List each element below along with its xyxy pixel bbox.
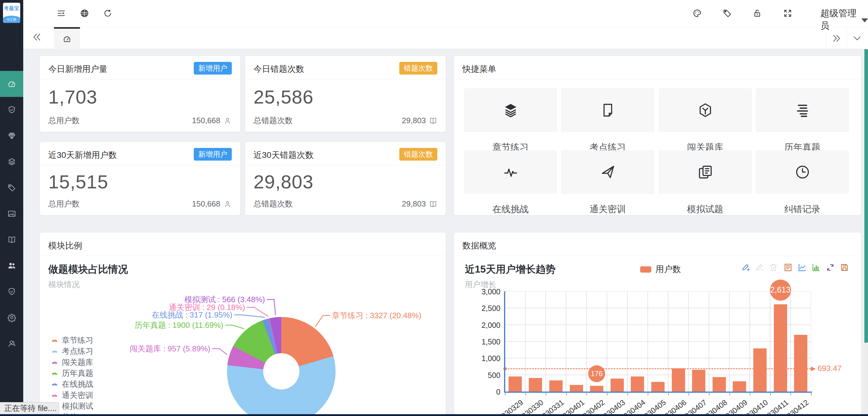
stat-card-0: 今日新增用户量 新增用户 1,703 总用户数 150,668 xyxy=(40,56,240,132)
caret-down-icon xyxy=(861,19,868,22)
pie-legend-章节练习[interactable]: 章节练习 xyxy=(51,335,93,346)
quick-menu-item-2[interactable] xyxy=(659,88,751,132)
quick-menu-item-4[interactable] xyxy=(464,150,557,194)
pie-legend-marker-icon xyxy=(51,392,58,398)
lock-open-button[interactable] xyxy=(752,8,763,19)
layers-solid-icon xyxy=(502,102,519,118)
stat-card-1: 今日错题次数 错题次数 25,586 总错题次数 29,803 xyxy=(245,56,446,132)
sidebar-item-accounts[interactable] xyxy=(0,331,23,357)
y-axis-line xyxy=(504,291,505,393)
x-axis-line xyxy=(504,391,812,393)
user-dropdown[interactable]: 超级管理员 xyxy=(820,7,868,32)
toolbox-restore-icon[interactable] xyxy=(826,263,836,273)
window-bottom-edge xyxy=(0,414,868,416)
stat-card-title: 今日新增用户量 xyxy=(48,63,107,75)
module-card-title: 模块比例 xyxy=(48,240,82,251)
pie-legend-label: 考点练习 xyxy=(62,346,93,357)
scrollbar-thumb[interactable] xyxy=(864,49,868,343)
pie-legend-闯关题库[interactable]: 闯关题库 xyxy=(51,357,93,368)
x-tick xyxy=(730,393,730,395)
user-icon xyxy=(7,339,16,348)
sidebar-item-audit[interactable] xyxy=(0,279,23,305)
shield-check-icon xyxy=(7,287,16,296)
stat-card-footer: 总错题次数 29,803 xyxy=(253,115,437,126)
tag-icon xyxy=(7,183,16,192)
pie-callout-闯关题库: 闯关题库 : 957 (5.89%) xyxy=(130,344,210,354)
toolbox-line-chart-icon[interactable] xyxy=(797,263,808,273)
menu-fold-button[interactable] xyxy=(56,8,67,19)
bar-20230406 xyxy=(672,368,685,391)
toolbox-data-view-icon[interactable] xyxy=(783,263,794,273)
pie-legend-label: 章节练习 xyxy=(62,335,93,346)
shield-check-icon xyxy=(7,106,16,114)
pie-callout-章节练习: 章节练习 : 3327 (20.48%) xyxy=(332,310,421,321)
average-line xyxy=(505,368,811,369)
stat-card-footer: 总用户数 150,668 xyxy=(48,199,232,209)
x-tick xyxy=(525,393,526,395)
bar-20230405 xyxy=(651,382,664,391)
x-tick xyxy=(790,393,791,395)
pulse-icon xyxy=(502,164,519,180)
palette-button[interactable] xyxy=(692,8,703,19)
pie-callout-历年真题: 历年真题 : 1900 (11.69%) xyxy=(134,320,223,331)
person-icon xyxy=(223,117,232,125)
stat-footer-label: 总用户数 xyxy=(48,115,80,126)
quick-menu-item-7[interactable] xyxy=(756,150,849,194)
sidebar-item-chapters[interactable] xyxy=(0,149,23,175)
quick-menu-item-0[interactable] xyxy=(464,88,557,132)
refresh-button[interactable] xyxy=(103,8,114,19)
toolbox-edit-add-icon[interactable] xyxy=(741,263,751,273)
pie-legend-label: 通关密训 xyxy=(62,390,93,400)
stat-footer-label: 总用户数 xyxy=(48,199,80,209)
quick-menu-item-5[interactable] xyxy=(561,150,654,194)
y-tick-label: 1,000 xyxy=(479,354,500,363)
pie-legend-通关密训[interactable]: 通关密训 xyxy=(51,390,93,400)
pie-legend-label: 历年真题 xyxy=(62,368,93,379)
sidebar-item-practice-shield[interactable] xyxy=(0,97,23,123)
toolbox-bar-chart-icon[interactable] xyxy=(811,263,822,273)
sidebar-item-users[interactable] xyxy=(0,253,23,279)
sidebar-item-settings[interactable] xyxy=(0,305,23,331)
toolbox-edit-remove-icon[interactable] xyxy=(755,263,765,273)
x-tick xyxy=(586,393,587,395)
pie-legend-历年真题[interactable]: 历年真题 xyxy=(51,368,93,379)
fullscreen-button[interactable] xyxy=(783,8,794,19)
bar-20230401 xyxy=(570,385,583,391)
quick-menu-title: 快捷菜单 xyxy=(462,63,496,75)
overview-card-title: 数据概览 xyxy=(462,240,496,251)
module-ratio-card: 模块比例 做题模块占比情况 模块情况 章节练习 : 3327 (20.48%)闯… xyxy=(40,233,446,416)
tab-dashboard[interactable] xyxy=(54,27,80,49)
tag-button[interactable] xyxy=(722,8,734,19)
pie-legend-label: 模拟测试 xyxy=(62,401,93,412)
chevrons-left-icon[interactable] xyxy=(32,32,44,44)
toolbox-save-icon[interactable] xyxy=(840,263,850,273)
toolbox-trash-icon[interactable] xyxy=(769,263,779,273)
quick-menu-item-1[interactable] xyxy=(561,88,654,132)
quick-menu-item-3[interactable] xyxy=(756,88,849,132)
logo-subtitle: 社工师 xyxy=(7,18,16,21)
sidebar-item-membership[interactable] xyxy=(0,123,23,149)
sidebar-item-dashboard[interactable] xyxy=(0,71,23,97)
cube-icon xyxy=(697,102,713,118)
pie-legend-在线挑战[interactable]: 在线挑战 xyxy=(51,379,93,389)
copy-docs-icon xyxy=(697,164,713,180)
sidebar-item-banners[interactable] xyxy=(0,201,23,227)
y-tick-label: 1,500 xyxy=(479,337,500,346)
sidebar-item-tags[interactable] xyxy=(0,175,23,201)
stat-card-footer: 总错题次数 29,803 xyxy=(253,199,437,209)
pie-legend-考点练习[interactable]: 考点练习 xyxy=(51,346,93,357)
quick-menu-item-6[interactable] xyxy=(659,150,751,194)
app-logo[interactable]: 考题宝 社工师 xyxy=(3,3,20,23)
stat-card-badge: 错题次数 xyxy=(399,62,437,75)
stat-card-footer: 总用户数 150,668 xyxy=(48,115,232,126)
legend-item-users[interactable]: 用户数 xyxy=(640,264,681,275)
sidebar-item-question-bank[interactable] xyxy=(0,227,23,253)
bar-20230409 xyxy=(733,381,746,391)
globe-button[interactable] xyxy=(80,8,91,19)
stat-card-value: 25,586 xyxy=(253,86,314,108)
align-lines-icon xyxy=(794,102,811,118)
tab-bar xyxy=(23,27,868,49)
logo-band: 社工师 xyxy=(3,16,20,23)
gear-icon xyxy=(7,313,16,322)
pie-legend-marker-icon xyxy=(51,381,58,387)
